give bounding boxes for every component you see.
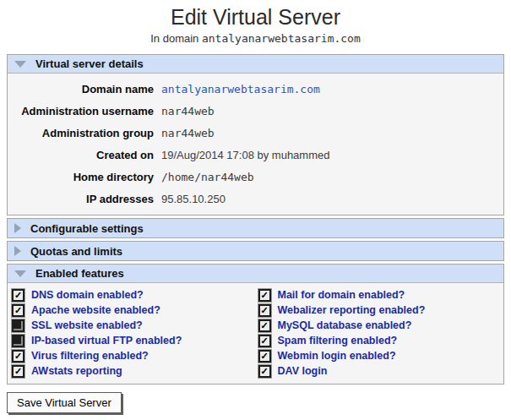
detail-value: nar44web (161, 127, 215, 139)
subtitle-prefix: In domain (150, 32, 202, 45)
detail-value: nar44web (161, 105, 215, 117)
feature-label: MySQL database enabled? (278, 319, 412, 331)
feature-row: SSL website enabled? (9, 318, 256, 333)
page-title: Edit Virtual Server (0, 5, 511, 30)
section-header-virtual-server-details[interactable]: Virtual server details (8, 55, 503, 74)
feature-label: DAV login (278, 365, 328, 377)
checked-checkbox[interactable]: ✓ (258, 304, 271, 317)
save-virtual-server-button[interactable]: Save Virtual Server (7, 392, 122, 413)
page-subtitle: In domain antalyanarwebtasarim.com (0, 32, 511, 45)
feature-row: ✓DNS domain enabled? (9, 287, 256, 303)
section-configurable-settings: Configurable settings (7, 218, 504, 238)
detail-row: Created on19/Aug/2014 17:08 by muhammed (8, 144, 503, 166)
detail-value: 95.85.10.250 (161, 193, 226, 205)
checked-checkbox[interactable]: ✓ (258, 319, 271, 332)
detail-label: IP addresses (8, 193, 161, 205)
unchecked-checkbox[interactable] (12, 335, 24, 347)
detail-label: Administration username (8, 105, 161, 117)
feature-row: ✓Mail for domain enabled? (256, 287, 503, 303)
checked-checkbox[interactable]: ✓ (258, 350, 271, 363)
collapse-triangle-icon (14, 61, 26, 68)
unchecked-checkbox[interactable] (12, 319, 24, 332)
feature-label: Mail for domain enabled? (278, 289, 405, 301)
feature-label: Virus filtering enabled? (31, 350, 149, 362)
section-virtual-server-details: Virtual server details Domain nameantaly… (7, 54, 504, 215)
feature-label: DNS domain enabled? (31, 289, 144, 301)
checked-checkbox[interactable]: ✓ (12, 350, 24, 363)
detail-value: /home/nar44web (161, 171, 254, 183)
feature-row: ✓Spam filtering enabled? (256, 333, 503, 348)
checked-checkbox[interactable]: ✓ (12, 304, 24, 317)
section-title: Configurable settings (30, 222, 144, 235)
section-quotas-and-limits: Quotas and limits (7, 241, 504, 261)
expand-triangle-icon (14, 223, 21, 233)
detail-label: Home directory (8, 171, 161, 183)
feature-row: ✓Virus filtering enabled? (9, 348, 256, 363)
footer: Save Virtual Server (7, 392, 504, 413)
section-enabled-features: Enabled features ✓DNS domain enabled?✓Ap… (7, 264, 504, 385)
domain-link[interactable]: antalyanarwebtasarim.com (161, 83, 320, 95)
section-title: Virtual server details (35, 57, 144, 70)
details-rows: Domain nameantalyanarwebtasarim.comAdmin… (8, 74, 503, 215)
feature-row: ✓Apache website enabled? (9, 303, 256, 318)
detail-row: IP addresses95.85.10.250 (8, 188, 503, 210)
section-header-enabled-features[interactable]: Enabled features (8, 265, 503, 283)
checked-checkbox[interactable]: ✓ (258, 289, 271, 302)
expand-triangle-icon (14, 246, 21, 256)
detail-value: 19/Aug/2014 17:08 by muhammed (161, 149, 329, 161)
section-title: Quotas and limits (30, 245, 122, 258)
detail-label: Domain name (8, 83, 161, 95)
feature-label: Spam filtering enabled? (278, 335, 398, 346)
feature-label: Apache website enabled? (31, 304, 160, 316)
section-header-configurable-settings[interactable]: Configurable settings (8, 219, 503, 237)
features-col-1: ✓Mail for domain enabled?✓Webalizer repo… (256, 287, 503, 379)
checked-checkbox[interactable]: ✓ (12, 289, 24, 302)
feature-row: ✓Webmin login enabled? (256, 348, 503, 363)
detail-label: Created on (8, 149, 161, 161)
detail-row: Administration usernamenar44web (8, 100, 503, 122)
feature-row: ✓Webalizer reporting enabled? (256, 303, 503, 318)
features-col-0: ✓DNS domain enabled?✓Apache website enab… (9, 287, 256, 379)
feature-row: ✓DAV login (256, 363, 503, 379)
section-header-quotas-and-limits[interactable]: Quotas and limits (8, 242, 503, 260)
collapse-triangle-icon (14, 270, 26, 277)
main-content: Virtual server details Domain nameantaly… (7, 54, 504, 385)
features-body: ✓DNS domain enabled?✓Apache website enab… (8, 283, 503, 384)
detail-row: Home directory/home/nar44web (8, 166, 503, 188)
checked-checkbox[interactable]: ✓ (258, 335, 271, 347)
detail-row: Domain nameantalyanarwebtasarim.com (8, 78, 503, 100)
detail-label: Administration group (8, 127, 161, 139)
feature-row: ✓AWstats reporting (9, 363, 256, 379)
subtitle-domain: antalyanarwebtasarim.com (202, 32, 361, 45)
detail-row: Administration groupnar44web (8, 122, 503, 144)
checked-checkbox[interactable]: ✓ (258, 365, 271, 378)
feature-row: IP-based virtual FTP enabled? (9, 333, 256, 348)
section-title: Enabled features (35, 267, 124, 280)
checked-checkbox[interactable]: ✓ (12, 365, 24, 378)
feature-label: SSL website enabled? (31, 319, 143, 331)
feature-label: IP-based virtual FTP enabled? (31, 335, 182, 346)
feature-label: Webmin login enabled? (278, 350, 396, 362)
feature-row: ✓MySQL database enabled? (256, 318, 503, 333)
feature-label: Webalizer reporting enabled? (278, 304, 426, 316)
feature-label: AWstats reporting (31, 365, 122, 377)
